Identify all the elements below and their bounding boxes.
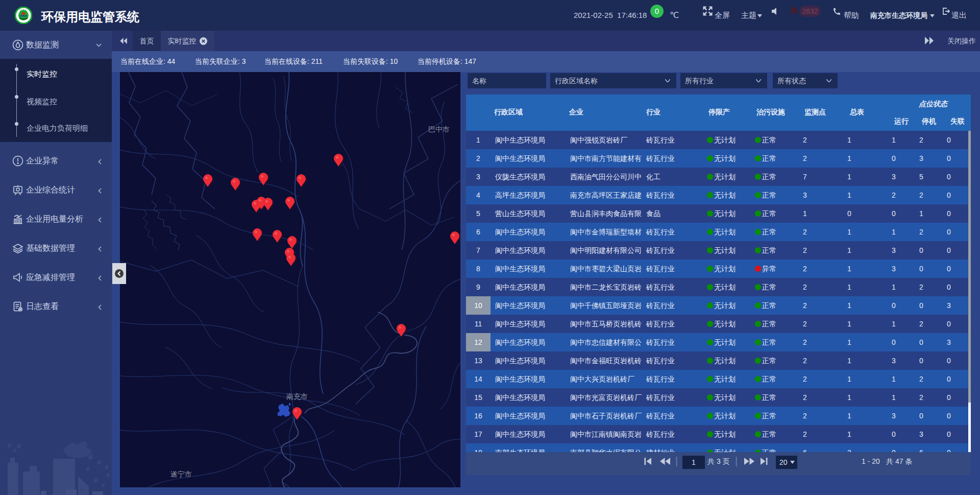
svg-text:巴中市: 巴中市 [428,125,450,133]
svg-text:南充市: 南充市 [286,392,308,400]
svg-text:遂宁市: 遂宁市 [170,470,192,478]
